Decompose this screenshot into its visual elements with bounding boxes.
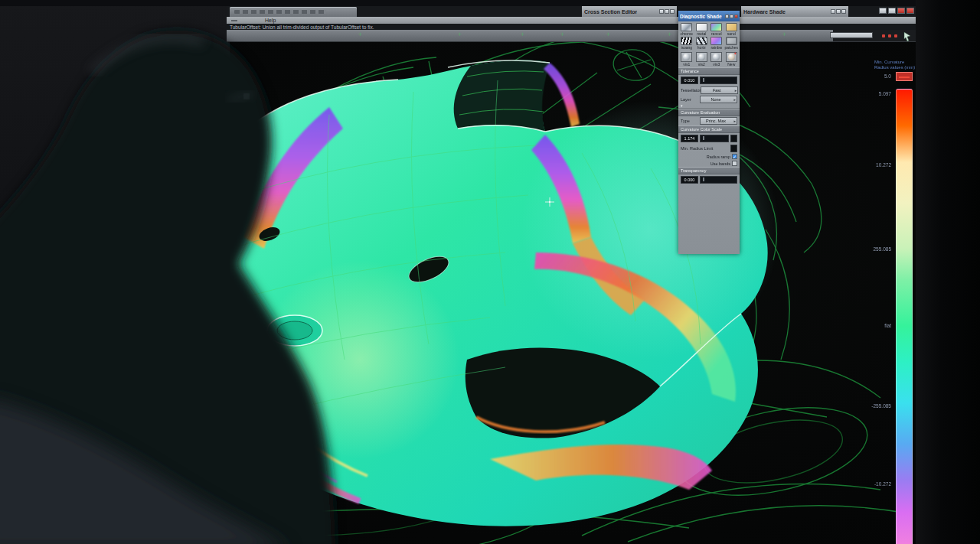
min-radius-limit-row: Min. Radius Limit [678,144,740,153]
color-scale-control: 1.174 [678,133,740,144]
menu-bar: Help [227,17,916,24]
layer-dropdown[interactable]: None [700,96,737,103]
shader-sand-button[interactable]: sand [724,23,740,36]
palette-dock-button[interactable] [836,9,841,14]
palette-close-button[interactable] [734,15,738,18]
shader-rainbow-button[interactable]: rainbw [709,37,724,50]
legend-tick: -255.085 [871,403,891,409]
legend-tick: flat [884,323,891,328]
use-bands-label: Use bands [710,161,730,166]
snap-plus-icon[interactable] [456,31,463,38]
snap-plus-icon[interactable] [559,31,566,38]
shader-chrome-button[interactable]: chrome [679,23,694,36]
cross-section-editor-titlebar[interactable]: Cross Section Editor [582,6,677,17]
new-vis-button[interactable]: New [724,52,740,67]
sand-shader-icon [726,23,737,31]
chrome-shader-icon [681,23,692,31]
monitor-top-bezel [0,0,980,6]
toolbar-input-field[interactable] [830,32,873,38]
snap-plus-icon[interactable] [781,31,788,38]
legend-swatch-label: 5.0 [884,73,891,79]
palette-dock-button[interactable] [665,9,669,14]
new-sphere-icon [728,54,735,60]
vis2-button[interactable]: vis2 [694,52,710,67]
tolerance-slider[interactable] [700,77,737,84]
window-control-buttons [879,8,914,14]
transparency-control: 0.000 [678,174,740,185]
toolbar [227,30,916,42]
snap-plus-icon[interactable] [357,31,364,38]
shader-isoangle-button[interactable]: isoang [679,37,694,50]
exit-button[interactable] [906,8,914,14]
use-bands-checkbox[interactable] [732,161,737,166]
palette-dock-button[interactable] [730,15,733,18]
sphere-icon [713,54,720,60]
restore-button[interactable] [888,8,896,14]
tolerance-header: Tolerance [678,67,740,75]
curvature-type-dropdown[interactable]: Princ. Max [700,117,737,125]
radius-ramp-checkbox[interactable] [732,154,737,159]
legend-max-swatch [896,72,913,81]
snap-plus-icon[interactable] [519,31,526,38]
sphere-icon [683,54,690,60]
min-radius-limit-label: Min. Radius Limit [681,146,713,151]
record-icon[interactable] [888,34,891,37]
snap-plus-icon[interactable] [605,31,612,38]
shader-rancol-button[interactable]: rancol [709,23,724,36]
random-color-shader-icon [710,23,722,31]
legend-tick: 255.085 [874,246,892,252]
use-bands-row: Use bands [678,160,740,167]
tessellator-row: Tessellator Fast [678,86,740,95]
close-button[interactable] [897,8,905,14]
metal-shader-icon [696,23,707,31]
curvature-color-scale-header: Curvature Color Scale [678,125,740,133]
curvature-type-row: Type Princ. Max [678,116,740,125]
shader-patches-button[interactable]: patches [724,37,740,50]
shader-preset-grid: chrome metal rancol sand isoang horiz [678,21,740,50]
palette-menu-button[interactable] [841,9,846,14]
window-tab-row: Cross Section Editor Hardware Shade [227,6,916,17]
sphere-icon [698,54,705,60]
palette-menu-button[interactable] [670,9,675,14]
rainbow-shader-icon [710,37,722,45]
record-icon[interactable] [894,34,897,37]
minimize-button[interactable] [879,8,887,14]
palette-collapse-button[interactable] [725,15,729,18]
vis3-button[interactable]: vis3 [709,52,724,67]
palette-collapse-button[interactable] [659,9,664,14]
room-background [0,0,230,544]
transparency-header: Transparency [678,167,740,174]
color-scale-slider[interactable] [700,135,729,142]
tolerance-value[interactable]: 0.010 [681,77,698,84]
layer-row: Layer None [678,95,740,104]
transparency-value[interactable]: 0.000 [681,176,698,184]
tessellator-dropdown[interactable]: Fast [701,86,738,94]
palette-collapse-button[interactable] [831,9,835,14]
shader-horizontal-button[interactable]: horiz [694,37,710,50]
hardware-shade-title: Hardware Shade [743,9,786,15]
curvature-evaluation-header: Curvature Evaluation [678,109,740,116]
snap-plus-icon[interactable] [666,31,673,38]
radius-ramp-label: Radius ramp [707,155,730,159]
window-tab[interactable] [230,7,357,17]
color-scale-value[interactable]: 1.174 [681,135,698,142]
color-scale-option-button[interactable] [730,135,737,142]
layer-label: Layer [681,97,691,102]
record-icon[interactable] [882,34,885,37]
legend-tick: 5.097 [879,91,891,96]
shader-metal-button[interactable]: metal [694,23,710,36]
min-radius-limit-field[interactable] [730,145,737,152]
horizontal-stripes-shader-icon [696,37,707,45]
app-chrome: Cross Section Editor Hardware Shade [227,6,916,41]
menu-help[interactable]: Help [265,18,276,23]
transparency-slider[interactable] [700,176,737,184]
prompt-line: TubularOffset: Union all trim-divided ou… [227,24,916,30]
diagnostic-shade-panel: Diagnostic Shade chrome metal rancol [678,11,740,254]
section-collapse-arrow-icon[interactable] [678,104,740,109]
diagnostic-shade-titlebar[interactable]: Diagnostic Shade [678,11,740,21]
hardware-shade-titlebar[interactable]: Hardware Shade [741,6,848,17]
vis1-button[interactable]: vis1 [679,52,694,67]
type-label: Type [681,119,690,123]
tessellator-label: Tessellator [681,88,701,93]
menu-dash-icon [231,20,237,21]
